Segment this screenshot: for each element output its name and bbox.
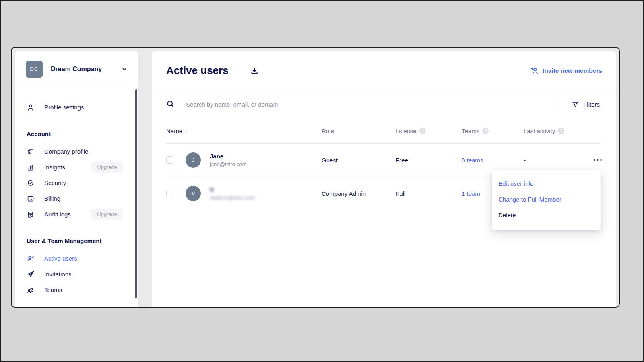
- main-panel: Active users Invite new members: [152, 51, 616, 307]
- filters-label: Filters: [583, 101, 600, 108]
- sidebar-item-label: Invitations: [44, 271, 72, 278]
- sidebar-item-label: Billing: [44, 195, 60, 202]
- sidebar-item-label: Security: [44, 179, 66, 186]
- sidebar-item-audit-logs[interactable]: Audit logs Upgrade: [15, 206, 138, 222]
- user-email: jane@miro.com: [210, 161, 246, 167]
- bar-chart-icon: [27, 163, 35, 171]
- help-icon[interactable]: ?: [419, 128, 426, 134]
- column-last-activity: Last activity ?: [524, 128, 590, 134]
- chevron-down-icon[interactable]: [121, 66, 128, 72]
- search-input[interactable]: [186, 101, 560, 108]
- teams-link[interactable]: 0 teams: [462, 157, 483, 164]
- teams-link[interactable]: 1 team: [462, 190, 480, 197]
- sidebar-item-insights[interactable]: Insights Upgrade: [15, 159, 138, 175]
- column-name[interactable]: Name ↑: [166, 128, 322, 134]
- header-divider: [239, 65, 239, 77]
- sort-asc-icon: ↑: [185, 128, 188, 134]
- menu-item-edit-user-info[interactable]: Edit user info: [492, 176, 601, 191]
- row-checkbox[interactable]: [166, 156, 173, 164]
- user-email: vlada.m@miro.com: [210, 195, 255, 201]
- search-bar: Filters: [152, 90, 616, 118]
- funnel-icon: [572, 101, 579, 108]
- help-icon[interactable]: ?: [558, 128, 564, 134]
- person-plus-icon: [530, 66, 539, 75]
- sidebar-item-label: Audit logs: [44, 211, 71, 218]
- people-group-icon: [27, 286, 35, 294]
- company-name: Dream Company: [51, 66, 102, 73]
- help-icon[interactable]: ?: [482, 128, 489, 134]
- role-value[interactable]: Guest: [322, 157, 338, 165]
- building-icon: [27, 148, 35, 156]
- sidebar-section-user-team-management: User & Team Management: [27, 237, 127, 244]
- sidebar-item-active-users[interactable]: Active users: [15, 251, 138, 266]
- filters-button[interactable]: Filters: [572, 101, 600, 108]
- sidebar-item-label: Company profile: [44, 148, 88, 155]
- sidebar-item-label: Insights: [44, 164, 65, 171]
- download-icon[interactable]: [250, 66, 259, 75]
- table-header: Name ↑ Role License ? Teams ? Last activ…: [152, 118, 616, 143]
- role-value: Company Admin: [322, 190, 396, 197]
- sidebar-item-teams[interactable]: Teams: [15, 282, 138, 298]
- invite-new-members-button[interactable]: Invite new members: [530, 66, 602, 75]
- avatar: V: [186, 186, 201, 201]
- sidebar-item-label: Active users: [44, 255, 77, 262]
- sidebar: DC Dream Company Profile settings Accoun…: [15, 51, 138, 307]
- sidebar-item-profile-settings[interactable]: Profile settings: [15, 99, 138, 115]
- sidebar-item-company-profile[interactable]: Company profile: [15, 144, 138, 159]
- sidebar-item-label: Teams: [44, 286, 62, 293]
- invite-button-label: Invite new members: [543, 67, 602, 74]
- main-header: Active users Invite new members: [152, 51, 616, 90]
- paper-plane-icon: [27, 270, 35, 278]
- page-title: Active users: [166, 64, 229, 77]
- last-activity-value: -: [524, 157, 590, 164]
- user-name: Jane: [210, 153, 246, 160]
- column-license: License ?: [396, 128, 462, 134]
- audit-doc-search-icon: [27, 210, 35, 218]
- column-role: Role: [322, 128, 396, 134]
- person-icon: [27, 103, 35, 111]
- company-switcher[interactable]: DC Dream Company: [15, 51, 138, 87]
- upgrade-badge[interactable]: Upgrade: [91, 209, 123, 220]
- search-icon: [166, 100, 175, 109]
- license-value: Free: [396, 157, 462, 164]
- license-value: Full: [396, 190, 462, 197]
- column-teams: Teams ?: [462, 128, 524, 134]
- filters-divider: [560, 98, 560, 110]
- sidebar-nav: Profile settings Account Company profile: [15, 87, 138, 298]
- sidebar-section-account: Account: [27, 130, 127, 137]
- menu-item-change-to-full-member[interactable]: Change to Full Member: [492, 191, 601, 207]
- user-name: V: [210, 186, 255, 193]
- user-check-icon: [27, 255, 35, 263]
- sidebar-scrollbar[interactable]: [135, 89, 137, 298]
- sidebar-item-label: Profile settings: [44, 104, 84, 111]
- upgrade-badge[interactable]: Upgrade: [91, 162, 123, 173]
- sidebar-item-security[interactable]: Security: [15, 175, 138, 191]
- avatar: J: [186, 152, 201, 168]
- row-context-menu: Edit user info Change to Full Member Del…: [492, 170, 601, 230]
- row-checkbox[interactable]: [166, 190, 173, 197]
- menu-item-delete[interactable]: Delete: [492, 207, 601, 223]
- sidebar-item-invitations[interactable]: Invitations: [15, 266, 138, 282]
- app-frame: DC Dream Company Profile settings Accoun…: [11, 47, 620, 308]
- row-overflow-menu-icon[interactable]: [594, 159, 616, 161]
- sidebar-item-billing[interactable]: Billing: [15, 191, 138, 206]
- billing-card-icon: [27, 195, 35, 203]
- company-avatar: DC: [26, 61, 43, 78]
- shield-check-icon: [27, 179, 35, 187]
